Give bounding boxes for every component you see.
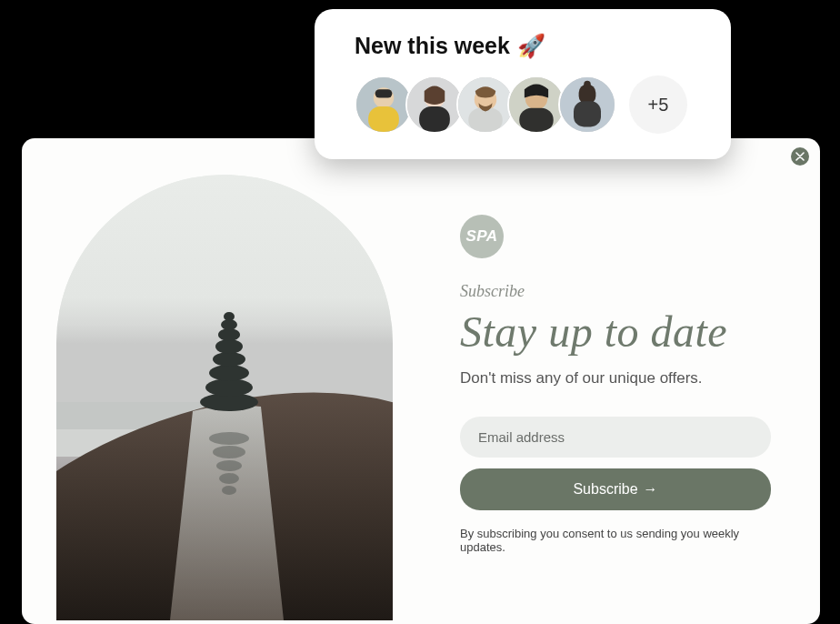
- svg-point-15: [222, 486, 236, 495]
- svg-rect-25: [468, 108, 503, 132]
- subscribe-modal: SPA Subscribe Stay up to date Don't miss…: [22, 138, 820, 624]
- svg-point-5: [209, 365, 249, 381]
- avatar-row: +5: [355, 75, 705, 134]
- avatar[interactable]: [558, 75, 616, 134]
- svg-rect-32: [584, 81, 591, 89]
- more-avatars-label: +5: [648, 95, 669, 116]
- svg-point-8: [218, 328, 240, 341]
- svg-point-10: [224, 312, 235, 321]
- rocket-icon: 🚀: [517, 33, 545, 59]
- subscribe-button-label: Subscribe: [573, 481, 637, 498]
- brand-text: SPA: [465, 227, 497, 246]
- hero-image: [56, 175, 393, 620]
- svg-point-11: [209, 432, 249, 445]
- svg-rect-28: [519, 108, 554, 132]
- avatar[interactable]: [507, 75, 565, 134]
- avatar[interactable]: [355, 75, 413, 134]
- svg-point-13: [216, 460, 242, 471]
- week-title-text: New this week: [355, 33, 510, 59]
- close-button[interactable]: [791, 147, 809, 166]
- subhead: Don't miss any of our unique offers.: [460, 369, 771, 387]
- svg-rect-31: [574, 101, 601, 126]
- headline: Stay up to date: [460, 307, 771, 357]
- svg-rect-22: [419, 106, 450, 132]
- arrow-right-icon: →: [644, 481, 658, 498]
- svg-rect-18: [368, 106, 399, 132]
- consent-text: By subscribing you consent to us sending…: [460, 527, 771, 554]
- svg-rect-19: [375, 89, 393, 97]
- avatar[interactable]: [456, 75, 515, 134]
- avatar[interactable]: [405, 75, 464, 134]
- close-icon: [795, 152, 805, 161]
- svg-point-6: [213, 352, 245, 367]
- week-title: New this week 🚀: [355, 33, 705, 59]
- new-this-week-card: New this week 🚀 +5: [315, 9, 731, 159]
- svg-point-12: [213, 446, 245, 458]
- svg-point-14: [219, 473, 239, 484]
- modal-content: SPA Subscribe Stay up to date Don't miss…: [393, 138, 820, 624]
- subscribe-button[interactable]: Subscribe →: [460, 468, 771, 510]
- svg-point-7: [215, 339, 243, 354]
- more-avatars-chip[interactable]: +5: [629, 75, 687, 134]
- email-input[interactable]: [460, 417, 771, 458]
- brand-badge: SPA: [460, 215, 504, 258]
- section-label: Subscribe: [460, 282, 771, 301]
